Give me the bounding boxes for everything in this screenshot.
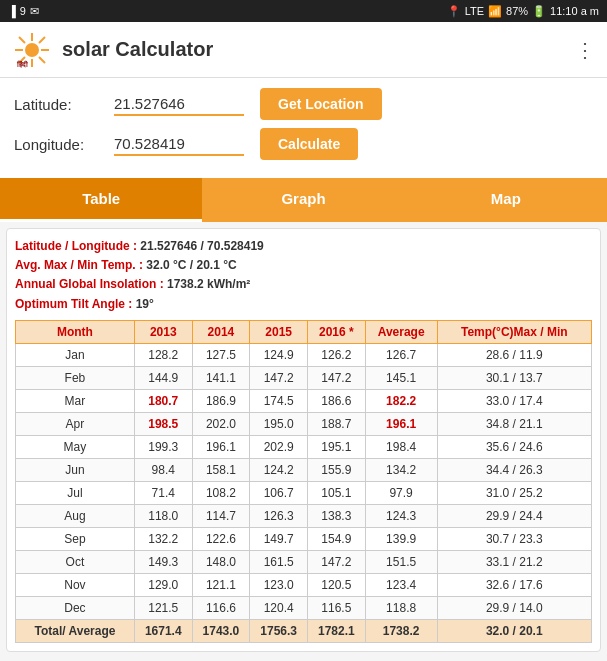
cell-y2015-10: 123.0 (250, 573, 308, 596)
cell-y2015-9: 161.5 (250, 550, 308, 573)
cell-month-3: Apr (16, 412, 135, 435)
signal-icon: ▐ (8, 5, 16, 17)
logo-icon: हिंदी (13, 31, 51, 69)
cell-y2013-4: 199.3 (134, 435, 192, 458)
app-header: हिंदी solar Calculator ⋮ (0, 22, 607, 78)
total-cell-2: 1743.0 (192, 619, 250, 642)
cell-y2013-5: 98.4 (134, 458, 192, 481)
cell-month-9: Oct (16, 550, 135, 573)
menu-button[interactable]: ⋮ (575, 38, 595, 62)
cell-y2013-9: 149.3 (134, 550, 192, 573)
table-row: Apr198.5202.0195.0188.7196.134.8 / 21.1 (16, 412, 592, 435)
cell-temp-10: 32.6 / 17.6 (437, 573, 591, 596)
col-month: Month (16, 320, 135, 343)
cell-temp-8: 30.7 / 23.3 (437, 527, 591, 550)
col-2013: 2013 (134, 320, 192, 343)
col-temp: Temp(°C)Max / Min (437, 320, 591, 343)
lat-lon-label: Latitude / Longitude : (15, 239, 140, 253)
tab-table[interactable]: Table (0, 178, 202, 222)
cell-y2014-10: 121.1 (192, 573, 250, 596)
cell-temp-0: 28.6 / 11.9 (437, 343, 591, 366)
cell-y2015-3: 195.0 (250, 412, 308, 435)
cell-avg-0: 126.7 (365, 343, 437, 366)
cell-y2015-11: 120.4 (250, 596, 308, 619)
table-row: Aug118.0114.7126.3138.3124.329.9 / 24.4 (16, 504, 592, 527)
cell-y2013-6: 71.4 (134, 481, 192, 504)
cell-y2013-3: 198.5 (134, 412, 192, 435)
col-2016: 2016 * (308, 320, 366, 343)
longitude-label: Longitude: (14, 136, 114, 153)
total-cell-0: Total/ Average (16, 619, 135, 642)
cell-month-8: Sep (16, 527, 135, 550)
svg-line-7 (39, 37, 45, 43)
cell-temp-7: 29.9 / 24.4 (437, 504, 591, 527)
cell-y2015-7: 126.3 (250, 504, 308, 527)
cell-y2016-1: 147.2 (308, 366, 366, 389)
data-table: Month 2013 2014 2015 2016 * Average Temp… (15, 320, 592, 643)
cell-y2015-6: 106.7 (250, 481, 308, 504)
total-row: Total/ Average1671.41743.01756.31782.117… (16, 619, 592, 642)
table-row: Dec121.5116.6120.4116.5118.829.9 / 14.0 (16, 596, 592, 619)
cell-month-4: May (16, 435, 135, 458)
annual-insolation-label: Annual Global Insolation : (15, 277, 167, 291)
cell-y2014-7: 114.7 (192, 504, 250, 527)
cell-y2016-4: 195.1 (308, 435, 366, 458)
tab-graph[interactable]: Graph (202, 178, 404, 222)
svg-point-0 (25, 43, 39, 57)
network-indicator: 9 (20, 5, 26, 17)
cell-month-1: Feb (16, 366, 135, 389)
cell-y2015-8: 149.7 (250, 527, 308, 550)
cell-avg-2: 182.2 (365, 389, 437, 412)
longitude-row: Longitude: Calculate (14, 128, 593, 160)
cell-avg-9: 151.5 (365, 550, 437, 573)
status-right: 📍 LTE 📶 87% 🔋 11:10 a m (447, 5, 599, 18)
cell-y2014-9: 148.0 (192, 550, 250, 573)
cell-y2016-2: 186.6 (308, 389, 366, 412)
longitude-input[interactable] (114, 133, 244, 156)
tab-map[interactable]: Map (405, 178, 607, 222)
svg-text:हिंदी: हिंदी (16, 60, 28, 68)
info-block: Latitude / Longitude : 21.527646 / 70.52… (15, 237, 592, 314)
cell-temp-3: 34.8 / 21.1 (437, 412, 591, 435)
cell-y2016-6: 105.1 (308, 481, 366, 504)
cell-temp-4: 35.6 / 24.6 (437, 435, 591, 458)
cell-y2014-5: 158.1 (192, 458, 250, 481)
cell-y2014-0: 127.5 (192, 343, 250, 366)
table-row: Jun98.4158.1124.2155.9134.234.4 / 26.3 (16, 458, 592, 481)
cell-avg-10: 123.4 (365, 573, 437, 596)
cell-y2015-2: 174.5 (250, 389, 308, 412)
cell-y2016-5: 155.9 (308, 458, 366, 481)
tilt-angle-label: Optimum Tilt Angle : (15, 297, 136, 311)
table-header-row: Month 2013 2014 2015 2016 * Average Temp… (16, 320, 592, 343)
cell-y2013-11: 121.5 (134, 596, 192, 619)
table-row: Jul71.4108.2106.7105.197.931.0 / 25.2 (16, 481, 592, 504)
avg-temp-value: 32.0 °C / 20.1 °C (146, 258, 236, 272)
cell-month-11: Dec (16, 596, 135, 619)
cell-temp-2: 33.0 / 17.4 (437, 389, 591, 412)
cell-y2015-4: 202.9 (250, 435, 308, 458)
cell-y2016-10: 120.5 (308, 573, 366, 596)
avg-temp-label: Avg. Max / Min Temp. : (15, 258, 146, 272)
cell-avg-3: 196.1 (365, 412, 437, 435)
cell-y2016-7: 138.3 (308, 504, 366, 527)
app-title: solar Calculator (62, 38, 575, 61)
get-location-button[interactable]: Get Location (260, 88, 382, 120)
table-section: Latitude / Longitude : 21.527646 / 70.52… (6, 228, 601, 652)
latitude-input[interactable] (114, 93, 244, 116)
calculate-button[interactable]: Calculate (260, 128, 358, 160)
annual-insolation-value: 1738.2 kWh/m² (167, 277, 250, 291)
col-average: Average (365, 320, 437, 343)
table-row: Nov129.0121.1123.0120.5123.432.6 / 17.6 (16, 573, 592, 596)
svg-line-5 (19, 37, 25, 43)
total-cell-4: 1782.1 (308, 619, 366, 642)
svg-line-6 (39, 57, 45, 63)
lat-lon-value: 21.527646 / 70.528419 (140, 239, 263, 253)
cell-y2013-8: 132.2 (134, 527, 192, 550)
cell-month-10: Nov (16, 573, 135, 596)
cell-avg-8: 139.9 (365, 527, 437, 550)
tab-bar: Table Graph Map (0, 178, 607, 222)
table-row: Mar180.7186.9174.5186.6182.233.0 / 17.4 (16, 389, 592, 412)
status-bar: ▐ 9 ✉ 📍 LTE 📶 87% 🔋 11:10 a m (0, 0, 607, 22)
cell-avg-4: 198.4 (365, 435, 437, 458)
cell-y2014-8: 122.6 (192, 527, 250, 550)
